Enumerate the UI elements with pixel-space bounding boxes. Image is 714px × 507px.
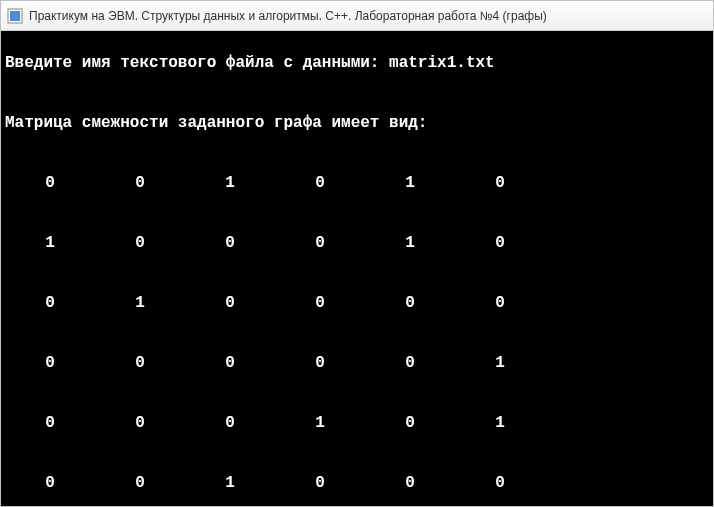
matrix-cell: 0 (365, 293, 455, 313)
matrix-cell: 0 (275, 353, 365, 373)
matrix-row: 000101 (5, 413, 709, 453)
matrix-cell: 1 (365, 233, 455, 253)
matrix-cell: 1 (455, 413, 545, 433)
matrix-cell: 0 (185, 233, 275, 253)
matrix-cell: 0 (5, 413, 95, 433)
prompt-label: Введите имя текстового файла с данными: (5, 54, 389, 72)
matrix-cell: 0 (185, 413, 275, 433)
matrix-row: 100010 (5, 233, 709, 273)
matrix-cell: 0 (275, 173, 365, 193)
matrix-row: 001010 (5, 173, 709, 213)
matrix-cell: 0 (275, 473, 365, 493)
matrix-cell: 0 (275, 233, 365, 253)
matrix-cell: 0 (365, 473, 455, 493)
blank-line (5, 94, 15, 112)
matrix-row: 010000 (5, 293, 709, 333)
matrix-cell: 0 (95, 173, 185, 193)
matrix-cell: 0 (275, 293, 365, 313)
adjacency-matrix: 001010 100010 010000 000001 000101 00100… (5, 153, 709, 506)
matrix-cell: 0 (455, 173, 545, 193)
matrix-cell: 0 (95, 353, 185, 373)
matrix-cell: 0 (5, 473, 95, 493)
matrix-cell: 1 (455, 353, 545, 373)
matrix-cell: 0 (95, 413, 185, 433)
matrix-cell: 0 (185, 293, 275, 313)
matrix-row: 001000 (5, 473, 709, 506)
matrix-cell: 0 (5, 293, 95, 313)
matrix-cell: 1 (5, 233, 95, 253)
window-title: Практикум на ЭВМ. Структуры данных и алг… (29, 9, 547, 23)
console-output: Введите имя текстового файла с данными: … (1, 31, 713, 506)
matrix-cell: 1 (185, 173, 275, 193)
matrix-cell: 0 (95, 473, 185, 493)
prompt-line: Введите имя текстового файла с данными: … (5, 53, 709, 73)
matrix-cell: 0 (5, 353, 95, 373)
matrix-cell: 1 (275, 413, 365, 433)
matrix-cell: 0 (455, 473, 545, 493)
matrix-cell: 1 (95, 293, 185, 313)
matrix-cell: 0 (455, 293, 545, 313)
matrix-cell: 0 (95, 233, 185, 253)
titlebar: Практикум на ЭВМ. Структуры данных и алг… (1, 1, 713, 31)
filename-input-value: matrix1.txt (389, 54, 495, 72)
matrix-cell: 0 (365, 413, 455, 433)
svg-rect-1 (10, 11, 20, 21)
matrix-cell: 0 (185, 353, 275, 373)
app-icon (7, 8, 23, 24)
matrix-row: 000001 (5, 353, 709, 393)
matrix-cell: 0 (5, 173, 95, 193)
matrix-header: Матрица смежности заданного графа имеет … (5, 113, 709, 133)
matrix-cell: 1 (185, 473, 275, 493)
matrix-cell: 0 (365, 353, 455, 373)
matrix-cell: 1 (365, 173, 455, 193)
matrix-cell: 0 (455, 233, 545, 253)
